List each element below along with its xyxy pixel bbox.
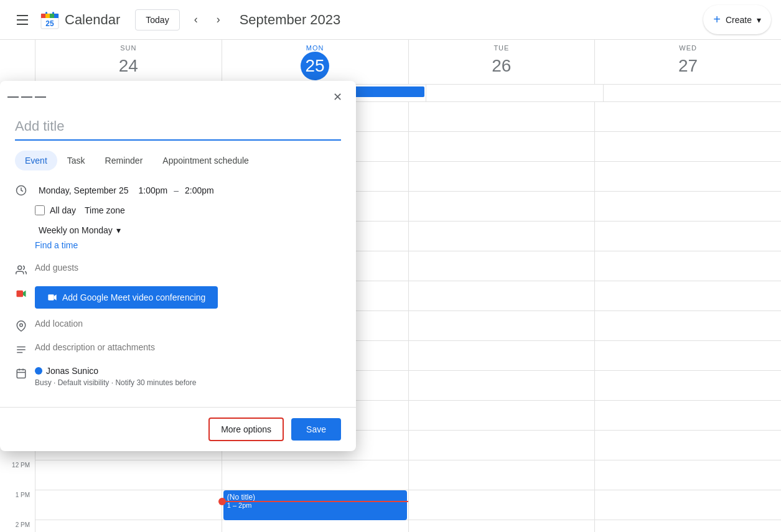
- description-icon: [15, 343, 27, 356]
- allday-label: All day: [50, 205, 76, 215]
- find-time-link[interactable]: Find a time: [35, 238, 78, 253]
- calendar-dot: [35, 367, 42, 375]
- calendar-name: Jonas Sunico: [35, 366, 341, 376]
- recurrence-button[interactable]: Weekly on Monday ▾: [35, 223, 124, 238]
- guests-row: [15, 263, 341, 276]
- guests-icon: [15, 264, 27, 276]
- tab-reminder[interactable]: Reminder: [95, 151, 153, 170]
- calendar-sub: Busy · Default visibility · Notify 30 mi…: [35, 378, 341, 387]
- close-button[interactable]: ✕: [326, 86, 348, 108]
- meet-content: Add Google Meet video conferencing: [35, 286, 341, 309]
- svg-rect-13: [48, 294, 54, 300]
- calendar-icon: [15, 367, 27, 380]
- location-icon: [15, 320, 27, 332]
- location-content: [35, 319, 341, 329]
- tab-event[interactable]: Event: [15, 151, 57, 170]
- description-input[interactable]: [35, 342, 341, 352]
- datetime-content: Monday, September 25 1:00pm – 2:00pm All…: [35, 183, 341, 253]
- svg-point-11: [18, 266, 22, 269]
- dialog-header: ✕: [0, 81, 356, 113]
- svg-point-14: [20, 324, 23, 327]
- recurrence-label: Weekly on Monday: [39, 225, 113, 235]
- more-options-button[interactable]: More options: [208, 418, 284, 441]
- desc-content: [35, 342, 341, 352]
- description-row: [15, 342, 341, 356]
- calendar-info: Jonas Sunico Busy · Default visibility ·…: [35, 366, 341, 387]
- guests-input[interactable]: [35, 263, 341, 273]
- save-button[interactable]: Save: [291, 418, 341, 441]
- recurrence-row: Weekly on Monday ▾: [35, 223, 341, 238]
- location-row: [15, 319, 341, 332]
- datetime-row: Monday, September 25 1:00pm – 2:00pm All…: [15, 183, 341, 253]
- allday-checkbox[interactable]: [35, 205, 45, 215]
- svg-rect-12: [17, 291, 24, 297]
- dialog-body: EventTaskReminderAppointment schedule Mo…: [0, 113, 356, 407]
- guests-content: [35, 263, 341, 273]
- event-tabs: EventTaskReminderAppointment schedule: [15, 151, 341, 170]
- allday-row: All day Time zone: [35, 203, 341, 218]
- date-link[interactable]: Monday, September 25: [35, 183, 133, 198]
- video-icon: [47, 292, 57, 302]
- drag-handle: [7, 96, 46, 98]
- meet-button[interactable]: Add Google Meet video conferencing: [35, 286, 218, 309]
- meet-row: Add Google Meet video conferencing: [15, 286, 341, 309]
- timezone-link[interactable]: Time zone: [81, 203, 129, 218]
- date-time-row: Monday, September 25 1:00pm – 2:00pm: [35, 183, 341, 198]
- end-time-link[interactable]: 2:00pm: [181, 183, 218, 198]
- dialog-footer: More options Save: [0, 407, 356, 451]
- calendar-row: Jonas Sunico Busy · Default visibility ·…: [15, 366, 341, 387]
- location-input[interactable]: [35, 319, 341, 329]
- modal-overlay: ✕ EventTaskReminderAppointment schedule …: [0, 0, 781, 532]
- tab-task[interactable]: Task: [57, 151, 95, 170]
- title-input[interactable]: [15, 113, 341, 141]
- event-dialog: ✕ EventTaskReminderAppointment schedule …: [0, 81, 356, 451]
- svg-rect-18: [17, 370, 26, 378]
- clock-icon: [15, 184, 27, 197]
- recurrence-arrow-icon: ▾: [116, 225, 121, 235]
- tab-appointment[interactable]: Appointment schedule: [152, 151, 259, 170]
- time-dash: –: [174, 185, 179, 195]
- meet-icon: [15, 287, 27, 300]
- meet-btn-label: Add Google Meet video conferencing: [62, 292, 205, 302]
- start-time-link[interactable]: 1:00pm: [135, 183, 172, 198]
